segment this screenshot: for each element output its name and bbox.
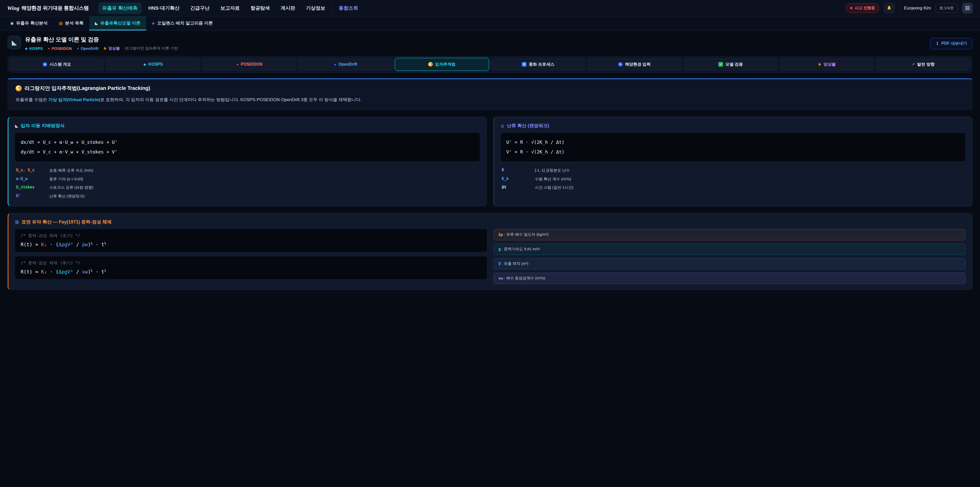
tab-oil-spill-analysis[interactable]: ◉ 유출유 확산분석 [5, 16, 53, 30]
hamburger-menu-button[interactable] [962, 3, 973, 14]
nav-item-weather-info[interactable]: 기상정보 [302, 2, 329, 14]
oil-drum-icon: ▥ [15, 219, 19, 224]
fay-formula: R(t) = K₂ · (ΔρgV² / νw)⅙ · t¾ [21, 269, 481, 275]
code-comment: /* 중력-관성 체제 (초기) */ [21, 233, 481, 238]
diamond-icon: ◆ [25, 46, 27, 50]
definition-row: U_c, V_c 표층 해류·조류 속도 (m/s) [15, 166, 480, 175]
lagrangian-description: 유출유를 수많은 가상 입자(Virtual Particle)로 표현하여, … [16, 96, 964, 103]
virtual-particle-highlight: 가상 입자(Virtual Particle) [48, 97, 100, 102]
sub-tab-bar: ◉ 유출유 확산분석 ▤ 분석 목록 ◣ 유출유확산모델 이론 ◈ 오일펜스 배… [0, 16, 980, 30]
triangle-ruler-icon: ◣ [15, 123, 18, 128]
parameter-pill-density: Δρ : 유류-해수 밀도차 (kg/m³) [493, 229, 966, 240]
blue-dot-icon: ● [77, 46, 79, 50]
clipboard-icon: ▤ [59, 21, 63, 26]
page-header: ◣ 유출유 확산 모델 이론 및 검증 ◆ KOSPS ● POSEIDON ●… [0, 30, 980, 55]
code-comment: /* 중력-점성 체제 (후기) */ [21, 260, 481, 266]
definition-row: α·U_w 풍류 기여 (α ≈ 0.03) [15, 175, 480, 184]
app-title: 해양환경 위기대응 통합시스템 [21, 5, 89, 11]
fay-spreading-card: ▥ 표면 유막 확산 — Fay(1971) 중력-점성 체제 /* 중력-관성… [8, 213, 972, 290]
definition-row: Δt 시간 스텝 (일반 1시간) [501, 183, 966, 192]
microscope-icon: ◉ [10, 21, 14, 26]
nav-item-board[interactable]: 게시판 [277, 2, 299, 14]
code-line: V' = R · √(2K_h / Δt) [506, 147, 960, 157]
tab-oil-fence-algorithm-theory[interactable]: ◈ 오일펜스 배치 알고리즘 이론 [146, 16, 218, 30]
nav-item-integrated-search[interactable]: 통합조회 [334, 2, 362, 14]
nav-item-oil-spill-forecast[interactable]: 유출유 확산예측 [98, 2, 142, 14]
nav-item-aerial-search[interactable]: 항공탐색 [246, 2, 274, 14]
section-future-direction[interactable]: ↗ 발전 방향 [876, 58, 970, 71]
cycle-icon: ⟳ [522, 62, 527, 67]
brand: Wing 해양환경 위기대응 통합시스템 [7, 5, 89, 11]
definition-row: U' 난류 확산 (랜덤워크) [15, 192, 480, 200]
page-ruler-icon: ◣ [8, 36, 21, 49]
nav-item-emergency-rescue[interactable]: 긴급구난 [186, 2, 213, 14]
section-ensemble[interactable]: 앙상블 [780, 58, 874, 71]
globe-icon: ⊕ [43, 62, 47, 67]
rocket-icon: ↗ [912, 62, 915, 66]
incident-in-progress-badge[interactable]: 사고 진행중 [846, 3, 879, 13]
alert-dot-icon [850, 7, 853, 9]
compass-icon [16, 85, 22, 91]
fay-formula: R(t) = K₁ · (ΔρgV² / ρw)¼ · t½ [21, 241, 481, 247]
turbulence-definitions: R [-1, 1] 균등분포 난수 K_h 수평 확산 계수 (m²/s) Δt… [501, 166, 966, 192]
governing-definitions: U_c, V_c 표층 해류·조류 속도 (m/s) α·U_w 풍류 기여 (… [15, 166, 480, 200]
divider [332, 5, 332, 12]
page-subtitle-note: 라그랑지안 입자추적 이론 기반 [125, 46, 178, 51]
definition-row: U_stokes 스토크스 표류 (파랑 영향) [15, 183, 480, 192]
turbulence-card: ◎ 난류 확산 (랜덤워크) U' = R · √(2K_h / Δt) V' … [493, 117, 972, 206]
section-system-overview[interactable]: ⊕ 시스템 개요 [10, 58, 104, 71]
section-poseidon[interactable]: ● POSEIDON [202, 58, 296, 71]
definition-row: R [-1, 1] 균등분포 난수 [501, 166, 966, 175]
primary-nav: 유출유 확산예측 HNS·대기확산 긴급구난 보고자료 항공탐색 게시판 기상정… [98, 2, 363, 14]
tab-diffusion-model-theory[interactable]: ◣ 유출유확산모델 이론 [89, 16, 146, 30]
fay-card-title: ▥ 표면 유막 확산 — Fay(1971) 중력-점성 체제 [15, 219, 966, 225]
export-icon: ↥ [935, 41, 939, 46]
tab-analysis-list[interactable]: ▤ 분석 목록 [53, 16, 89, 30]
notifications-button[interactable] [884, 3, 894, 14]
fay-parameter-column: Δρ : 유류-해수 밀도차 (kg/m³) g : 중력가속도 9.81 m/… [493, 229, 966, 284]
governing-code-block: dx/dt = U_c + α·U_w + U_stokes + U' dy/d… [15, 133, 480, 161]
lightning-icon [103, 46, 107, 51]
user-name: Eunjeong Kim [904, 6, 931, 11]
turbulence-card-title: ◎ 난류 확산 (랜덤워크) [501, 123, 966, 129]
governing-equation-card: ◣ 입자 이동 지배방정식 dx/dt = U_c + α·U_w + U_st… [8, 117, 487, 206]
section-weathering-process[interactable]: ⟳ 풍화 프로세스 [491, 58, 585, 71]
section-marine-environment-input[interactable]: ↻ 해양환경 입력 [587, 58, 681, 71]
governing-card-title: ◣ 입자 이동 지배방정식 [15, 123, 480, 129]
spiral-icon: ◎ [501, 123, 504, 128]
lagrangian-section: 라그랑지안 입자추적법(Lagrangian Particle Tracking… [8, 78, 972, 110]
triangle-ruler-icon: ◣ [95, 21, 98, 26]
fay-block-gravity-inertia: /* 중력-관성 체제 (초기) */ R(t) = K₁ · (ΔρgV² /… [15, 229, 487, 252]
ensemble-badge: 앙상블 [103, 46, 120, 51]
blue-dot-icon: ● [334, 62, 336, 66]
logout-button[interactable]: 로그아웃 [935, 3, 958, 13]
page-title: 유출유 확산 모델 이론 및 검증 [25, 36, 178, 43]
red-dot-icon: ● [236, 62, 239, 66]
pdf-export-button[interactable]: ↥ PDF 내보내기 [930, 38, 972, 49]
nav-item-reports[interactable]: 보고자료 [216, 2, 244, 14]
section-particle-tracking[interactable]: 입자추적법 [395, 58, 489, 71]
fay-formula-column: /* 중력-관성 체제 (초기) */ R(t) = K₁ · (ΔρgV² /… [15, 229, 487, 284]
nav-item-hns-air-diffusion[interactable]: HNS·대기확산 [144, 2, 183, 14]
section-opendrift[interactable]: ● OpenDrift [299, 58, 393, 71]
code-line: U' = R · √(2K_h / Δt) [506, 137, 960, 147]
hamburger-icon [965, 6, 970, 7]
divider [899, 5, 899, 12]
bell-icon [886, 5, 892, 11]
section-kosps[interactable]: ◆ KOSPS [106, 58, 200, 71]
code-line: dx/dt = U_c + α·U_w + U_stokes + U' [21, 137, 474, 147]
section-nav-strip: ⊕ 시스템 개요 ◆ KOSPS ● POSEIDON ● OpenDrift … [8, 56, 972, 73]
red-dot-icon: ● [48, 46, 50, 50]
code-line: dy/dt = V_c + α·V_w + V_stokes + V' [21, 147, 474, 157]
definition-row: K_h 수평 확산 계수 (m²/s) [501, 175, 966, 184]
parameter-pill-viscosity: νw : 해수 동점성계수 (m²/s) [493, 273, 966, 284]
fay-block-gravity-viscous: /* 중력-점성 체제 (후기) */ R(t) = K₂ · (ΔρgV² /… [15, 256, 487, 279]
poseidon-badge: ● POSEIDON [48, 46, 72, 51]
section-model-validation[interactable]: ✓ 모델 검증 [683, 58, 778, 71]
parameter-pill-volume: V : 유출 체적 (m³) [493, 258, 966, 270]
oil-fence-icon: ◈ [152, 21, 155, 26]
compass-icon [428, 62, 433, 67]
equation-cards-row: ◣ 입자 이동 지배방정식 dx/dt = U_c + α·U_w + U_st… [8, 117, 972, 206]
lagrangian-title: 라그랑지안 입자추적법(Lagrangian Particle Tracking… [16, 85, 964, 92]
model-badges: ◆ KOSPS ● POSEIDON ● OpenDrift 앙상블 라그랑지안… [25, 46, 178, 51]
